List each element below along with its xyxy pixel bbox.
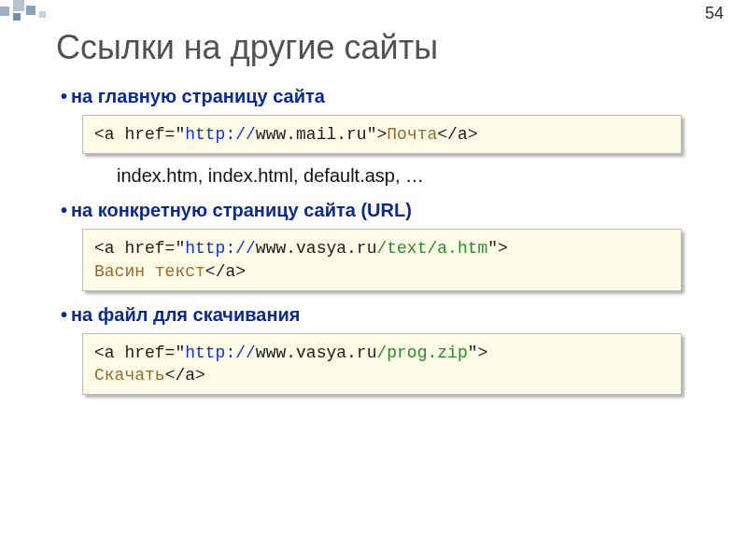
code-proto: http:// — [185, 343, 256, 362]
code-linktext: Скачать — [94, 366, 165, 385]
slide-content: Ссылки на другие сайты на главную страни… — [0, 0, 747, 425]
code-text: </a> — [205, 262, 246, 281]
bullet-specific-page: на конкретную страницу сайта (URL) — [61, 200, 691, 221]
bullet-download-file: на файл для скачивания — [61, 304, 691, 326]
code-linktext: Почта — [387, 125, 437, 144]
code-host: www.vasya.ru — [256, 239, 377, 258]
slide-title: Ссылки на другие сайты — [56, 28, 691, 67]
code-text: <a href=" — [94, 343, 185, 362]
code-text: "> — [468, 343, 488, 362]
page-number: 54 — [705, 4, 724, 23]
code-box-download: <a href="http://www.vasya.ru/prog.zip"> … — [82, 333, 682, 396]
code-text: </a> — [165, 366, 205, 385]
code-box-url: <a href="http://www.vasya.ru/text/a.htm"… — [82, 229, 682, 291]
code-text: "> — [487, 239, 508, 258]
code-path: /prog.zip — [376, 343, 467, 362]
code-linktext: Васин текст — [94, 262, 205, 281]
code-proto: http:// — [185, 239, 256, 258]
bullet-home-page: на главную страницу сайта — [61, 86, 691, 107]
code-text: <a href=" — [94, 239, 185, 258]
code-box-home: <a href="http://www.mail.ru">Почта</a> — [82, 115, 682, 154]
index-files-note: index.htm, index.html, default.asp, … — [117, 165, 691, 187]
code-path: /text/a.htm — [376, 239, 487, 258]
code-text: www.mail.ru"> — [256, 125, 387, 144]
corner-decoration — [0, 0, 65, 23]
code-proto: http:// — [185, 125, 256, 144]
code-host: www.vasya.ru — [256, 343, 377, 362]
code-text: <a href=" — [94, 125, 185, 144]
code-text: </a> — [437, 125, 477, 144]
